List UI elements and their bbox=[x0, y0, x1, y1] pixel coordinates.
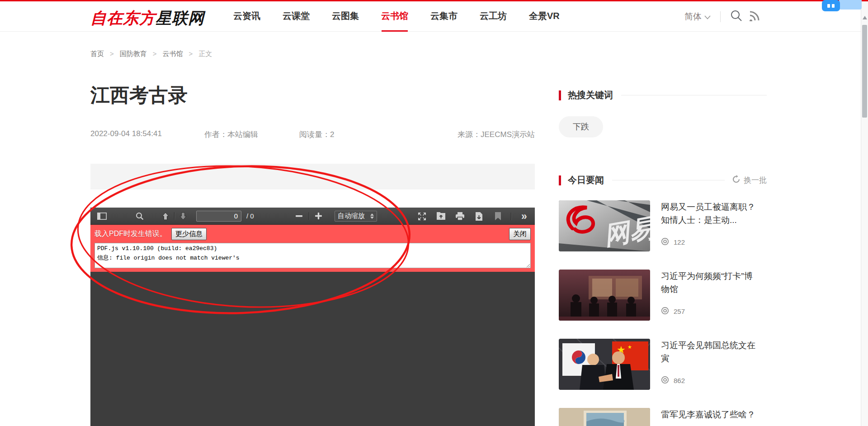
news-views: 257 bbox=[661, 307, 767, 316]
news-item[interactable]: 习近平为何频频“打卡”博物馆 257 bbox=[559, 270, 767, 321]
language-label: 简体 bbox=[684, 11, 702, 23]
news-list: 网易 网易又一员工被逼离职？知情人士：是主动... 122 bbox=[559, 200, 767, 426]
breadcrumb-category[interactable]: 国防教育 bbox=[120, 50, 147, 58]
zoom-mode-value: 自动缩放 bbox=[338, 212, 365, 220]
article-date: 2022-09-04 18:54:41 bbox=[90, 129, 162, 138]
views-icon bbox=[661, 376, 669, 385]
pdf-viewer-canvas-area[interactable] bbox=[90, 272, 535, 426]
breadcrumb-home[interactable]: 首页 bbox=[90, 50, 104, 58]
sidebar-toggle-icon[interactable] bbox=[96, 210, 108, 222]
header-right-tools: 简体 bbox=[684, 1, 760, 32]
page-scrollbar[interactable] bbox=[861, 1, 868, 426]
nav-item-yunjishi[interactable]: 云集市 bbox=[430, 1, 458, 32]
heading-divider-line bbox=[612, 180, 725, 180]
refresh-icon bbox=[732, 175, 741, 186]
pdf-error-message: 载入PDF时发生错误。 bbox=[94, 229, 167, 239]
language-selector[interactable]: 简体 bbox=[684, 11, 711, 23]
nav-item-yunzixun[interactable]: 云资讯 bbox=[233, 1, 260, 32]
today-news-title: 今日要闻 bbox=[568, 174, 604, 186]
news-title[interactable]: 习近平会见韩国总统文在寅 bbox=[661, 339, 760, 365]
rss-icon[interactable] bbox=[749, 10, 760, 23]
nav-item-quanjingvr[interactable]: 全景VR bbox=[529, 1, 560, 32]
logo-text-red: 自在东方 bbox=[90, 9, 156, 27]
bookmark-icon[interactable] bbox=[492, 210, 504, 222]
article-meta: 2022-09-04 18:54:41 作者：本站编辑 阅读量：2 来源：JEE… bbox=[90, 129, 535, 139]
news-thumbnail[interactable]: 网易 bbox=[559, 200, 650, 251]
zoom-mode-select[interactable]: 自动缩放 bbox=[335, 211, 377, 222]
top-accent-line bbox=[0, 0, 868, 1]
views-icon bbox=[661, 307, 669, 316]
scrollbar-up-arrow[interactable] bbox=[863, 16, 867, 19]
group-meeting-illustration bbox=[559, 408, 650, 426]
news-title[interactable]: 习近平为何频频“打卡”博物馆 bbox=[661, 270, 760, 296]
toolbar-separator bbox=[174, 212, 175, 220]
breadcrumb-channel[interactable]: 云书馆 bbox=[163, 50, 183, 58]
hot-keyword-tag[interactable]: 下跌 bbox=[559, 116, 603, 137]
news-title[interactable]: 雷军见李嘉诚说了些啥？ bbox=[661, 408, 760, 421]
netease-logo-illustration: 网易 bbox=[559, 200, 650, 251]
presentation-mode-icon[interactable] bbox=[416, 210, 428, 222]
scrollbar-thumb[interactable] bbox=[862, 25, 867, 118]
page-number-input[interactable] bbox=[196, 211, 241, 222]
nav-item-yunshuguan[interactable]: 云书馆 bbox=[381, 1, 408, 32]
search-icon[interactable] bbox=[730, 9, 742, 24]
news-title[interactable]: 网易又一员工被逼离职？知情人士：是主动... bbox=[661, 200, 760, 227]
page-down-icon[interactable] bbox=[177, 210, 189, 222]
browser-extension-badge-tail bbox=[839, 0, 862, 9]
article-summary-box bbox=[90, 164, 535, 189]
main-nav: 云资讯 云课堂 云图集 云书馆 云集市 云工坊 全景VR bbox=[233, 1, 560, 32]
views-count: 122 bbox=[674, 238, 685, 246]
views-count: 257 bbox=[674, 308, 685, 315]
hot-keywords-heading: 热搜关键词 bbox=[559, 89, 767, 101]
heading-divider-line bbox=[621, 95, 767, 95]
museum-illustration bbox=[559, 270, 650, 321]
close-error-button[interactable]: 关闭 bbox=[509, 228, 531, 240]
breadcrumb-separator: > bbox=[153, 50, 157, 58]
nav-item-yungongfang[interactable]: 云工坊 bbox=[480, 1, 507, 32]
heading-accent-bar bbox=[559, 175, 561, 185]
news-item[interactable]: 网易 网易又一员工被逼离职？知情人士：是主动... 122 bbox=[559, 200, 767, 251]
breadcrumb-separator: > bbox=[189, 50, 193, 58]
article-author: 作者：本站编辑 bbox=[204, 129, 258, 140]
news-thumbnail[interactable] bbox=[559, 270, 650, 321]
refresh-label: 换一批 bbox=[744, 175, 767, 185]
nav-item-yunketang[interactable]: 云课堂 bbox=[283, 1, 310, 32]
site-logo[interactable]: 自在东方星联网 bbox=[90, 8, 204, 29]
breadcrumb-current: 正文 bbox=[198, 50, 212, 58]
toolbar-right-group: » bbox=[416, 208, 530, 225]
page-title: 江西考古录 bbox=[90, 82, 188, 109]
svg-text:★: ★ bbox=[627, 344, 632, 350]
page-total-label: / 0 bbox=[246, 212, 254, 220]
site-header: 自在东方星联网 云资讯 云课堂 云图集 云书馆 云集市 云工坊 全景VR 简体 bbox=[0, 1, 861, 32]
news-views: 862 bbox=[661, 376, 767, 385]
news-item[interactable]: ★ ★ 习近平会见韩国总统文在寅 862 bbox=[559, 339, 767, 390]
article-source: 来源：JEECMS演示站 bbox=[458, 129, 535, 140]
right-sidebar: 热搜关键词 下跌 今日要闻 换一批 bbox=[559, 0, 767, 426]
nav-item-yuntuji[interactable]: 云图集 bbox=[332, 1, 359, 32]
today-news-heading: 今日要闻 换一批 bbox=[559, 174, 767, 186]
zoom-in-icon[interactable] bbox=[312, 210, 325, 222]
page-up-icon[interactable] bbox=[159, 210, 171, 222]
download-icon[interactable] bbox=[473, 210, 485, 222]
open-file-icon[interactable] bbox=[435, 210, 447, 222]
refresh-batch-button[interactable]: 换一批 bbox=[732, 175, 767, 186]
breadcrumb: 首页 > 国防教育 > 云书馆 > 正文 bbox=[90, 50, 212, 58]
header-divider bbox=[720, 11, 721, 22]
news-thumbnail[interactable] bbox=[559, 408, 650, 426]
news-thumbnail[interactable]: ★ ★ bbox=[559, 339, 650, 390]
toolbar-separator bbox=[309, 212, 309, 220]
pdf-error-wrapper: 载入PDF时发生错误。 更少信息 关闭 PDF.js v1.10.100 (bu… bbox=[90, 225, 535, 272]
leaders-handshake-illustration: ★ ★ bbox=[559, 339, 650, 390]
chevron-down-icon bbox=[704, 12, 711, 22]
more-tools-icon[interactable]: » bbox=[518, 210, 530, 222]
pdf-viewer: / 0 自动缩放 bbox=[90, 208, 535, 426]
article-read-count: 阅读量：2 bbox=[299, 129, 334, 140]
toolbar-separator bbox=[511, 213, 511, 220]
error-details-textarea[interactable]: PDF.js v1.10.100 (build: ea29ec83) 信息: f… bbox=[94, 243, 531, 268]
browser-extension-badge[interactable] bbox=[822, 0, 840, 11]
zoom-out-icon[interactable] bbox=[293, 210, 305, 222]
print-icon[interactable] bbox=[454, 210, 466, 222]
news-item[interactable]: 雷军见李嘉诚说了些啥？ bbox=[559, 408, 767, 426]
less-info-button[interactable]: 更少信息 bbox=[171, 228, 207, 240]
find-icon[interactable] bbox=[133, 210, 146, 222]
